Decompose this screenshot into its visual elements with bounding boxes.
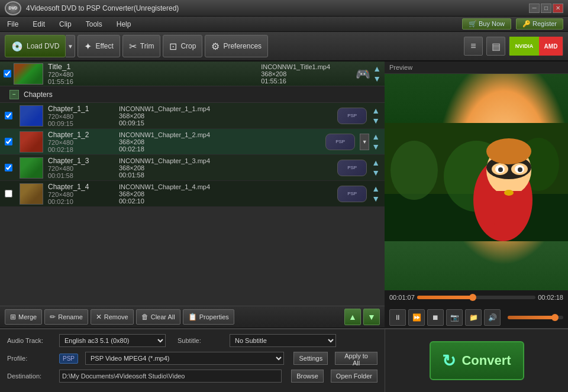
load-dvd-button[interactable]: 💿 Load DVD <box>5 35 66 57</box>
arrow-up-icon[interactable]: ▲ <box>372 106 380 115</box>
properties-icon: 📋 <box>188 313 197 321</box>
chapter-4-duration: 00:02:10 <box>48 198 119 205</box>
menu-file[interactable]: File <box>5 19 21 30</box>
arrow-up-icon[interactable]: ▲ <box>372 184 380 193</box>
buy-now-button[interactable]: 🛒 Buy Now <box>462 18 511 30</box>
expand-chapters-button[interactable]: − <box>9 90 19 99</box>
title-checkbox[interactable] <box>4 70 11 77</box>
properties-button[interactable]: 📋 Properties <box>183 309 234 325</box>
menu-tools[interactable]: Tools <box>83 19 105 30</box>
chapter-4-checkbox[interactable] <box>5 190 12 197</box>
chapter-3-checkbox[interactable] <box>5 164 12 171</box>
move-down-button[interactable]: ▼ <box>363 309 380 325</box>
psp-icon-ch2[interactable]: PSP <box>325 134 355 150</box>
title-row-arrows: ▲ ▼ <box>373 64 381 83</box>
menu-help[interactable]: Help <box>114 19 134 30</box>
psp-dropdown-ch2[interactable]: ▼ <box>360 134 369 150</box>
svg-point-2 <box>390 141 438 200</box>
arrow-up-icon[interactable]: ▲ <box>373 64 381 73</box>
apply-to-all-button[interactable]: Apply to All <box>335 352 377 365</box>
settings-button[interactable]: Settings <box>293 352 328 365</box>
preferences-button[interactable]: ⚙ Preferences <box>205 35 268 57</box>
open-folder-button[interactable]: Open Folder <box>331 370 377 383</box>
destination-input[interactable] <box>59 370 282 383</box>
title-name: Title_1 <box>48 62 261 71</box>
arrow-down-icon[interactable]: ▼ <box>372 194 380 203</box>
volume-bar[interactable] <box>508 316 563 319</box>
chapter-3-output: INCONNW1_Chapter_1_3.mp4 368×208 00:01:5… <box>119 157 337 179</box>
menu-edit[interactable]: Edit <box>30 19 47 30</box>
gpu-badge: NVIDIA AMD <box>509 37 563 56</box>
scissors-icon: ✂ <box>129 41 137 52</box>
arrow-down-icon[interactable]: ▼ <box>372 142 380 151</box>
trim-button[interactable]: ✂ Trim <box>122 35 161 57</box>
arrow-down-icon[interactable]: ▼ <box>373 74 381 83</box>
chapters-header: − Chapters <box>0 86 385 103</box>
app-title: 4Videosoft DVD to PSP Converter(Unregist… <box>26 4 529 12</box>
register-button[interactable]: 🔑 Register <box>516 18 563 30</box>
chapter-3-arrows: ▲ ▼ <box>372 158 380 177</box>
svg-point-12 <box>498 167 503 172</box>
audio-track-label: Audio Track: <box>7 337 54 344</box>
chapter-1-checkbox[interactable] <box>5 112 12 119</box>
chapter-2-dims: 720×480 <box>48 139 119 146</box>
chapter-2-checkbox[interactable] <box>5 138 12 145</box>
chapter-4-dims: 720×480 <box>48 191 119 198</box>
convert-button[interactable]: ↻ Convert <box>430 341 524 380</box>
arrow-up-icon[interactable]: ▲ <box>372 158 380 167</box>
arrow-down-icon[interactable]: ▼ <box>372 116 380 125</box>
remove-button[interactable]: ✕ Remove <box>91 309 134 325</box>
chapter-3-thumbnail <box>20 157 43 179</box>
load-dvd-group: 💿 Load DVD ▼ <box>5 35 75 57</box>
svg-point-13 <box>518 167 522 172</box>
step-forward-button[interactable]: ⏩ <box>408 309 425 326</box>
clear-icon: 🗑 <box>141 313 149 321</box>
title-dims: 720×480 <box>48 71 261 78</box>
merge-button[interactable]: ⊞ Merge <box>5 309 42 325</box>
browse-button[interactable]: Browse <box>291 370 324 383</box>
psp-icon-title[interactable]: 🎮 <box>356 67 370 81</box>
file-list-scroll[interactable]: Title_1 720×480 01:55:16 INCONNW1_Title1… <box>0 61 385 306</box>
volume-thumb[interactable] <box>551 314 559 321</box>
effect-button[interactable]: ✦ Effect <box>78 35 120 57</box>
audio-track-select[interactable]: English ac3 5.1 (0x80) <box>59 334 166 347</box>
pause-button[interactable]: ⏸ <box>389 309 406 326</box>
svg-rect-15 <box>494 191 524 226</box>
seek-bar[interactable] <box>417 296 535 299</box>
subtitle-select[interactable]: No Subtitle <box>230 334 336 347</box>
rename-button[interactable]: ✏ Rename <box>44 309 88 325</box>
folder-button[interactable]: 📁 <box>465 309 482 326</box>
maximize-button[interactable]: □ <box>541 4 551 13</box>
menu-clip[interactable]: Clip <box>57 19 74 30</box>
arrow-up-icon[interactable]: ▲ <box>372 132 380 141</box>
grid-view-button[interactable]: ▤ <box>486 37 505 56</box>
load-dvd-dropdown[interactable]: ▼ <box>66 35 75 57</box>
crop-button[interactable]: ⊡ Crop <box>163 35 202 57</box>
move-up-button[interactable]: ▲ <box>344 309 361 325</box>
effect-icon: ✦ <box>84 41 92 52</box>
clear-all-button[interactable]: 🗑 Clear All <box>136 309 180 325</box>
chapter-4-arrows: ▲ ▼ <box>372 184 380 203</box>
time-current: 00:01:07 <box>389 294 415 301</box>
profile-select[interactable]: PSP Video MPEG4 (*.mp4) <box>85 352 284 365</box>
preview-frame <box>385 74 568 290</box>
minimize-button[interactable]: ─ <box>529 4 540 13</box>
psp-icon-ch1[interactable]: PSP <box>337 108 367 124</box>
chapter-1-info: Chapter_1_1 720×480 00:09:15 <box>48 105 119 127</box>
window-controls: ─ □ ✕ <box>529 4 563 13</box>
psp-icon-ch3[interactable]: PSP <box>337 160 367 176</box>
destination-row: Destination: Browse Open Folder <box>7 370 377 383</box>
screenshot-button[interactable]: 📷 <box>446 309 463 326</box>
stop-button[interactable]: ⏹ <box>427 309 444 326</box>
preview-video <box>385 74 568 290</box>
merge-icon: ⊞ <box>10 313 16 321</box>
chapter-2-output: INCONNW1_Chapter_1_2.mp4 368×208 00:02:1… <box>119 131 325 153</box>
list-view-button[interactable]: ≡ <box>464 37 483 56</box>
close-button[interactable]: ✕ <box>553 4 563 13</box>
arrow-down-icon[interactable]: ▼ <box>372 168 380 177</box>
seek-thumb[interactable] <box>469 294 476 301</box>
psp-icon-ch4[interactable]: PSP <box>337 186 367 202</box>
time-display: 00:01:07 00:02:18 <box>389 294 563 301</box>
destination-label: Destination: <box>7 372 54 380</box>
audio-track-row: Audio Track: English ac3 5.1 (0x80) Subt… <box>7 334 377 347</box>
